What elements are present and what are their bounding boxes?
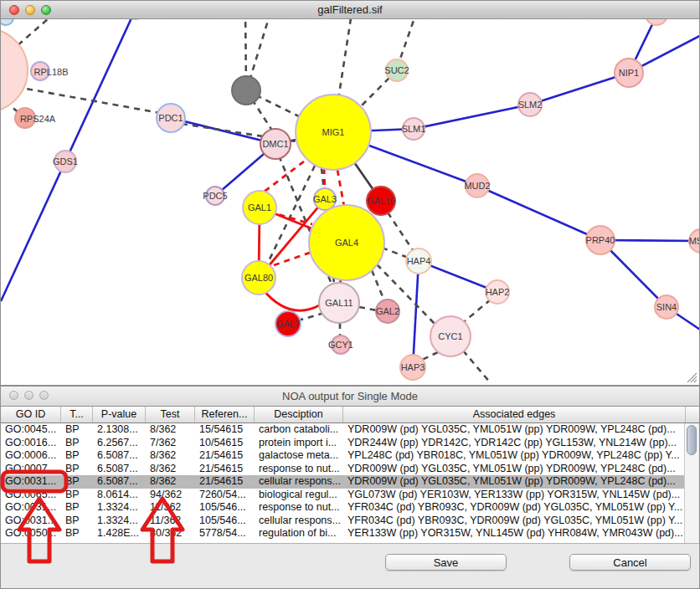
scrollbar-thumb[interactable] — [687, 425, 697, 455]
graph-window: galFiltered.sif RPL18BRPS24AGDS1PDC1MIG1… — [0, 0, 700, 386]
table-cell: GO:0007... — [1, 463, 61, 476]
table-cell: BP — [61, 475, 93, 489]
column-header-5[interactable]: Desciption — [255, 407, 343, 423]
table-row[interactable]: GO:0050...BP1.428E...80/3625778/54...reg… — [1, 527, 686, 540]
table-cell: YDR244W (pp) YDR142C, YDR142C (pp) YGL15… — [343, 437, 686, 450]
table-cell: BP — [61, 489, 93, 502]
graph-node-label-MIG1: MIG1 — [322, 127, 345, 137]
graph-node-gray-node[interactable] — [232, 76, 260, 105]
table-cell: BP — [61, 515, 93, 528]
network-canvas[interactable]: RPL18BRPS24AGDS1PDC1MIG1DMC1SUC2NIP1SLM2… — [1, 19, 699, 385]
graph-node-top-pink-2[interactable] — [646, 19, 667, 25]
table-cell: BP — [61, 437, 93, 450]
vertical-scrollbar[interactable] — [684, 423, 698, 543]
column-header-1[interactable]: T... — [61, 407, 93, 423]
table-cell: GO:0031... — [1, 501, 61, 515]
minimize-button[interactable] — [24, 391, 33, 400]
graph-node-label-GAL2: GAL2 — [376, 306, 399, 316]
zoom-button[interactable] — [39, 391, 49, 400]
resize-grip[interactable] — [687, 372, 697, 383]
table-cell: YDR009W (pd) YGL035C, YML051W (pp) YDR00… — [343, 423, 686, 437]
table-row[interactable]: GO:0031...BP1.3324...11/362105/546...cel… — [1, 515, 686, 528]
column-header-0[interactable]: GO ID — [1, 407, 61, 423]
window-controls-inactive — [9, 391, 49, 400]
table-cell: 1.3324... — [93, 515, 146, 528]
graph-node-label-SIN4: SIN4 — [656, 302, 677, 312]
graph-node-label-GAL10: GAL10 — [367, 196, 395, 206]
close-button[interactable] — [9, 391, 18, 400]
graph-edge — [324, 168, 325, 188]
table-cell: 21/54615 — [195, 475, 255, 489]
graph-node-label-HAP4: HAP4 — [407, 256, 431, 266]
table-cell: BP — [61, 527, 93, 540]
graph-node-label-HAP2: HAP2 — [486, 287, 510, 297]
table-body: GO:0045...BP2.1308...8/36215/54615carbon… — [1, 423, 686, 543]
table-cell: 2.1308... — [93, 423, 146, 437]
table-cell: 11/362 — [146, 501, 195, 515]
cancel-button[interactable]: Cancel — [569, 554, 691, 571]
table-cell: response to nut... — [255, 463, 343, 476]
graph-edge — [250, 19, 270, 78]
table-cell: 8.0614... — [93, 489, 146, 502]
table-cell: GO:0031... — [1, 475, 61, 489]
graph-node-label-PDC5: PDC5 — [203, 191, 227, 201]
table-cell: 21/54615 — [195, 463, 255, 476]
table-row[interactable]: GO:0031...BP1.3324...11/362105/546...res… — [1, 501, 686, 515]
graph-edge — [413, 261, 419, 367]
table-row[interactable]: GO:0031...BP6.5087...8/36221/54615cellul… — [1, 475, 686, 489]
table-cell: GO:0031... — [1, 515, 61, 528]
table-cell: 1.428E... — [93, 527, 146, 540]
table-cell: 11/362 — [146, 515, 195, 528]
graph-node-label-GDS1: GDS1 — [53, 156, 78, 166]
noa-window-titlebar[interactable]: NOA output for Single Mode — [1, 387, 699, 407]
table-cell: cellular respons... — [255, 515, 343, 528]
table-cell: YFR034C (pd) YBR093C, YDR009W (pd) YGL03… — [343, 501, 686, 515]
graph-node-bignode[interactable] — [1, 28, 28, 112]
graph-edge — [388, 213, 413, 250]
column-header-3[interactable]: Test — [146, 407, 195, 423]
table-cell: response to nut... — [255, 501, 343, 515]
column-header-2[interactable]: P-value — [93, 407, 146, 423]
table-row[interactable]: GO:0065...BP8.0614...94/3627260/54...bio… — [1, 489, 686, 502]
table-cell: 10/54615 — [195, 437, 255, 450]
graph-edge — [171, 118, 275, 144]
table-header-row: GO IDT...P-valueTestReferen...Desciption… — [1, 407, 699, 423]
graph-edge — [530, 73, 629, 105]
close-button[interactable] — [9, 5, 19, 15]
table-cell: 8/362 — [146, 449, 195, 463]
graph-node-label-DMC1: DMC1 — [262, 139, 288, 149]
button-panel: Save Cancel — [1, 543, 699, 588]
minimize-button[interactable] — [25, 5, 35, 15]
table-cell: BP — [61, 501, 93, 515]
zoom-button[interactable] — [41, 5, 51, 15]
graph-window-title: galFiltered.sif — [317, 3, 382, 16]
graph-edge — [338, 19, 353, 100]
table-cell: protein import i... — [255, 437, 343, 450]
table-row[interactable]: GO:0045...BP2.1308...8/36215/54615carbon… — [1, 423, 686, 437]
graph-node-label-GAL4: GAL4 — [335, 238, 358, 248]
graph-node-label-MSL1: MSL1 — [689, 236, 699, 246]
table-cell: 15/54615 — [195, 423, 255, 437]
table-row[interactable]: GO:0006...BP6.5087...8/36221/54615galact… — [1, 449, 686, 463]
table-cell: YDR009W (pd) YGL035C, YML051W (pp) YDR00… — [343, 463, 686, 476]
save-button[interactable]: Save — [385, 554, 507, 571]
table-cell: BP — [61, 423, 93, 437]
table-cell: YFR034C (pd) YBR093C, YDR009W (pd) YGL03… — [343, 515, 686, 528]
table-cell: galactose meta... — [255, 449, 343, 463]
graph-node-label-GAL80: GAL80 — [244, 273, 273, 283]
graph-node-label-GAL7: GAL7 — [276, 319, 300, 329]
graph-edge — [422, 352, 438, 360]
table-cell: 105/546... — [195, 501, 255, 515]
column-header-6[interactable]: Associated edges — [343, 407, 686, 423]
table-row[interactable]: GO:0007...BP6.5087...8/36221/54615respon… — [1, 463, 686, 476]
graph-node-tinyblue[interactable] — [1, 19, 13, 25]
graph-node-label-HAP3: HAP3 — [401, 362, 425, 372]
graph-node-label-GAL1: GAL1 — [248, 202, 271, 213]
table-cell: 8/362 — [146, 463, 195, 476]
table-row[interactable]: GO:0016...BP6.2567...7/36210/54615protei… — [1, 437, 686, 450]
table-cell: GO:0006... — [1, 449, 61, 463]
graph-window-titlebar[interactable]: galFiltered.sif — [1, 1, 699, 19]
network-graph: RPL18BRPS24AGDS1PDC1MIG1DMC1SUC2NIP1SLM2… — [1, 19, 699, 385]
column-header-4[interactable]: Referen... — [195, 407, 255, 423]
table-cell: regulation of bi... — [255, 527, 343, 540]
